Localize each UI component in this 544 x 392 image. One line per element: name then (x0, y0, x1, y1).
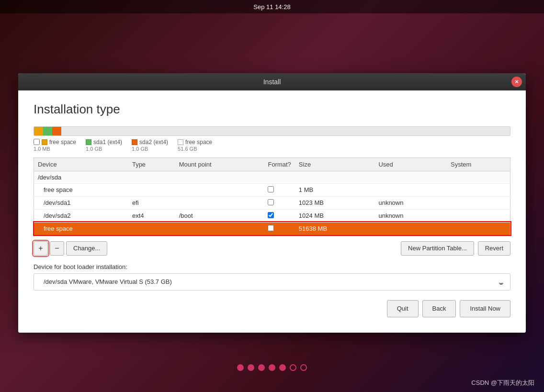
dot-6 (290, 364, 296, 371)
table-row: free space 1 MB (34, 183, 510, 196)
legend-size-1: 1.0 GB (86, 146, 102, 152)
dialog-titlebar: Install × (18, 73, 526, 90)
legend-label-2: sda2 (ext4) (139, 139, 168, 146)
legend-color-0 (42, 139, 47, 145)
row-device: free space (34, 183, 128, 196)
format-check[interactable] (268, 212, 274, 218)
dot-5 (279, 364, 286, 371)
table-header-row: Device Type Mount point Format? Size Use… (34, 157, 510, 171)
bar-segment-0 (34, 127, 43, 135)
legend-size-3: 51.6 GB (178, 146, 197, 152)
bootloader-label: Device for boot loader installation: (34, 263, 510, 270)
page-title: Installation type (34, 102, 510, 117)
format-check[interactable] (268, 199, 274, 205)
remove-partition-button[interactable]: − (50, 241, 64, 256)
dialog-content: Installation type free space (18, 90, 526, 333)
close-button[interactable]: × (511, 77, 522, 87)
watermark: CSDN @下雨天的太阳 (471, 379, 534, 387)
change-button[interactable]: Change... (66, 241, 107, 256)
table-row: /dev/sda1 efi 1023 MB unknown (34, 196, 510, 209)
table-row[interactable]: free space 51638 MB (34, 222, 510, 235)
col-system: System (447, 157, 510, 171)
add-partition-button[interactable]: + (34, 241, 48, 256)
legend-item-3: free space 51.6 GB (178, 139, 212, 152)
bar-segment-1 (43, 127, 52, 135)
dialog-title: Install (263, 78, 281, 86)
row-device: free space (34, 222, 128, 235)
bar-segment-3 (61, 127, 510, 135)
partition-bar-container: free space 1.0 MB sda1 (ext4) 1.0 GB (34, 126, 510, 152)
revert-button[interactable]: Revert (478, 241, 510, 256)
datetime-label: Sep 11 14:28 (253, 3, 290, 11)
col-format: Format? (264, 157, 295, 171)
legend-color-3 (178, 139, 183, 145)
pagination-dots (237, 364, 307, 382)
col-used: Used (374, 157, 447, 171)
quit-button[interactable]: Quit (387, 300, 419, 317)
new-partition-table-button[interactable]: New Partition Table... (401, 241, 474, 256)
bootloader-select-wrapper: /dev/sda VMware, VMware Virtual S (53.7 … (34, 273, 510, 291)
legend-label-3: free space (185, 139, 212, 146)
partition-bar (34, 126, 510, 136)
legend-item-0: free space 1.0 MB (34, 139, 76, 152)
legend-size-0: 1.0 MB (34, 146, 50, 152)
row-device: /dev/sda1 (34, 196, 128, 209)
bootloader-select[interactable]: /dev/sda VMware, VMware Virtual S (53.7 … (34, 273, 510, 291)
bar-segment-2 (52, 127, 61, 135)
col-size: Size (295, 157, 375, 171)
back-button[interactable]: Back (422, 300, 456, 317)
dot-3 (258, 364, 265, 371)
legend-check-0[interactable] (34, 139, 40, 145)
legend-item-2: sda2 (ext4) 1.0 GB (132, 139, 168, 152)
partition-table: Device Type Mount point Format? Size Use… (34, 157, 510, 235)
col-device: Device (34, 157, 128, 171)
row-device: /dev/sda2 (34, 209, 128, 222)
table-row: /dev/sda2 ext4 /boot 1024 MB unknown (34, 209, 510, 222)
legend-size-2: 1.0 GB (132, 146, 148, 152)
install-dialog: Install × Installation type (18, 73, 526, 333)
legend-color-2 (132, 139, 137, 145)
dot-7 (300, 364, 307, 371)
row-device: /dev/sda (34, 171, 128, 183)
bootloader-select-input[interactable]: /dev/sda VMware, VMware Virtual S (53.7 … (39, 274, 505, 290)
format-check[interactable] (268, 225, 274, 231)
partition-legend: free space 1.0 MB sda1 (ext4) 1.0 GB (34, 139, 510, 152)
desktop-background: Install × Installation type (0, 13, 544, 392)
dot-4 (269, 364, 275, 371)
top-bar: Sep 11 14:28 (0, 0, 544, 13)
col-type: Type (128, 157, 175, 171)
legend-color-1 (86, 139, 91, 145)
col-mount: Mount point (175, 157, 264, 171)
action-row: + − Change... New Partition Table... Rev… (34, 241, 510, 256)
dot-2 (248, 364, 254, 371)
install-now-button[interactable]: Install Now (460, 300, 510, 317)
legend-label-0: free space (49, 139, 76, 146)
dot-1 (237, 364, 244, 371)
right-buttons: New Partition Table... Revert (401, 241, 510, 256)
bottom-buttons: Quit Back Install Now (34, 300, 510, 321)
format-check[interactable] (268, 186, 274, 192)
legend-item-1: sda1 (ext4) 1.0 GB (86, 139, 122, 152)
table-row: /dev/sda (34, 171, 510, 183)
legend-label-1: sda1 (ext4) (93, 139, 122, 146)
